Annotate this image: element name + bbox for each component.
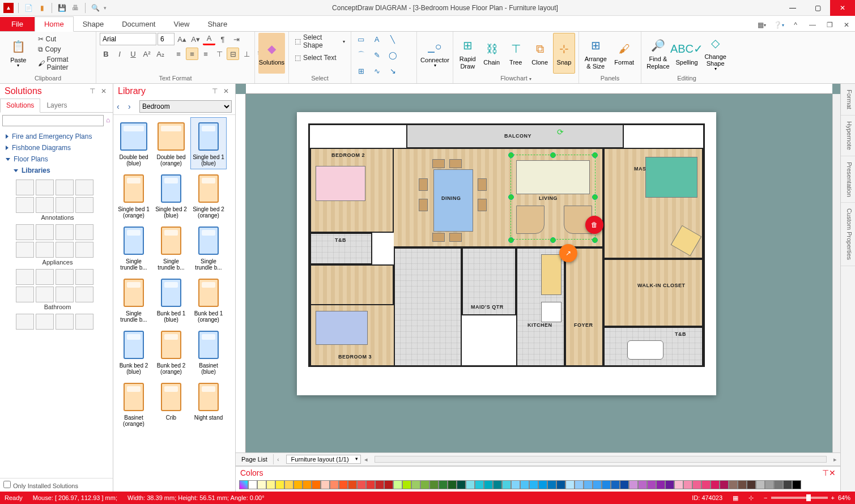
library-item[interactable]: Single bed 2 (orange) xyxy=(190,169,227,221)
clone-button[interactable]: ⧉Clone xyxy=(529,33,550,74)
grow-font-icon[interactable]: A▴ xyxy=(176,33,188,45)
lib-thumb[interactable] xyxy=(75,314,93,330)
snap-button[interactable]: ⊹Snap xyxy=(553,33,575,74)
color-swatch[interactable] xyxy=(448,480,457,489)
color-swatch[interactable] xyxy=(248,480,257,489)
lib-thumb[interactable] xyxy=(75,269,93,285)
lib-prev-icon[interactable]: ‹ xyxy=(117,102,126,111)
lib-thumb[interactable] xyxy=(56,314,74,330)
lib-thumb[interactable] xyxy=(36,197,54,213)
change-shape-button[interactable]: ◇Change Shape▾ xyxy=(702,33,729,74)
collapse-ribbon-icon[interactable]: ^ xyxy=(789,19,802,31)
lib-thumb[interactable] xyxy=(56,224,74,240)
library-item[interactable]: Bunk bed 1 (blue) xyxy=(153,274,189,326)
color-swatch[interactable] xyxy=(375,480,384,489)
library-item[interactable]: Basinet (blue) xyxy=(190,326,227,378)
doc-restore-icon[interactable]: ❐ xyxy=(823,19,836,31)
help-icon[interactable]: ❔▾ xyxy=(772,19,785,31)
format-panel-button[interactable]: 🖌Format xyxy=(611,33,638,74)
library-item[interactable]: Bunk bed 2 (blue) xyxy=(116,326,152,378)
lib-thumb[interactable] xyxy=(16,180,34,195)
solutions-subtab[interactable]: Solutions xyxy=(0,99,40,113)
color-swatch[interactable] xyxy=(257,480,266,489)
connector-button[interactable]: ⎯○Connector▾ xyxy=(420,33,449,74)
color-swatch[interactable] xyxy=(765,480,774,489)
rail-format[interactable]: Format xyxy=(841,84,855,116)
color-swatch[interactable] xyxy=(720,480,729,489)
page[interactable]: BALCONY BEDROOM 2 DINING xyxy=(297,112,716,395)
lib-thumb[interactable] xyxy=(36,287,54,302)
page-list-button[interactable]: Page List xyxy=(236,454,274,464)
library-item[interactable]: Double bed (blue) xyxy=(116,117,152,169)
color-swatch[interactable] xyxy=(384,480,393,489)
color-swatch[interactable] xyxy=(620,480,629,489)
arrange-size-button[interactable]: ⊞Arrange & Size xyxy=(582,33,609,74)
color-swatch[interactable] xyxy=(357,480,366,489)
tree-button[interactable]: ⊤Tree xyxy=(505,33,526,74)
color-swatch[interactable] xyxy=(674,480,683,489)
tab-share[interactable]: Share xyxy=(198,17,236,31)
lib-thumb[interactable] xyxy=(36,314,54,330)
cut-button[interactable]: ✂Cut xyxy=(36,35,93,44)
tool-ellipse-icon[interactable]: ◯ xyxy=(386,49,399,61)
color-swatch[interactable] xyxy=(439,480,448,489)
color-swatch[interactable] xyxy=(575,480,584,489)
lib-thumb[interactable] xyxy=(56,269,74,285)
page-scrollbar[interactable] xyxy=(375,456,827,463)
print-icon[interactable]: 🖶 xyxy=(70,3,80,13)
colors-close-icon[interactable]: ✕ xyxy=(829,468,836,477)
status-grid-icon[interactable]: ▦ xyxy=(733,494,738,502)
color-swatch[interactable] xyxy=(266,480,275,489)
lib-thumb[interactable] xyxy=(75,180,93,195)
library-pin-icon[interactable]: ⊤ xyxy=(210,87,219,96)
library-item[interactable]: Basinet (orange) xyxy=(116,378,152,430)
color-swatch[interactable] xyxy=(792,480,801,489)
tree-fire-emergency[interactable]: Fire and Emergency Plans xyxy=(5,131,110,142)
copy-button[interactable]: ⧉Copy xyxy=(36,45,93,54)
library-item[interactable]: Night stand xyxy=(190,378,227,430)
color-swatch[interactable] xyxy=(729,480,738,489)
color-swatch[interactable] xyxy=(538,480,547,489)
doc-close-icon[interactable]: ✕ xyxy=(840,19,853,31)
solutions-button[interactable]: ◆Solutions xyxy=(258,33,285,74)
minimize-button[interactable]: — xyxy=(780,0,805,16)
tab-home[interactable]: Home xyxy=(35,16,74,32)
page-prev-icon[interactable]: ‹ xyxy=(274,456,283,463)
panel-close-icon[interactable]: ✕ xyxy=(99,87,108,96)
library-item[interactable]: Single trundle b... xyxy=(116,274,152,326)
align-left-button[interactable]: ≡ xyxy=(172,48,185,60)
lib-thumb[interactable] xyxy=(56,197,74,213)
color-swatch[interactable] xyxy=(275,480,284,489)
pin-icon[interactable]: ⊤ xyxy=(88,87,97,96)
lib-thumb[interactable] xyxy=(36,224,54,240)
format-painter-button[interactable]: 🖌Format Painter xyxy=(36,55,93,72)
italic-button[interactable]: I xyxy=(113,48,126,60)
color-swatch[interactable] xyxy=(638,480,647,489)
zoom-out-icon[interactable]: − xyxy=(764,494,767,501)
only-installed-checkbox[interactable] xyxy=(3,481,11,488)
zoom-control[interactable]: − + 64% xyxy=(764,494,850,501)
tool-curve-icon[interactable]: ∿ xyxy=(371,65,383,77)
color-swatch[interactable] xyxy=(366,480,375,489)
lib-thumb[interactable] xyxy=(75,287,93,302)
color-swatch[interactable] xyxy=(611,480,620,489)
indent-icon[interactable]: ⇥ xyxy=(230,33,243,45)
status-snap-icon[interactable]: ⊹ xyxy=(748,494,754,502)
color-swatch[interactable] xyxy=(420,480,429,489)
font-color-icon[interactable]: A xyxy=(203,33,215,45)
color-swatch[interactable] xyxy=(402,480,411,489)
solutions-search-input[interactable] xyxy=(2,115,104,126)
color-swatch[interactable] xyxy=(692,480,701,489)
shrink-font-icon[interactable]: A▾ xyxy=(189,33,202,45)
tab-shape[interactable]: Shape xyxy=(74,17,113,31)
current-page-tab[interactable]: Furniture layout (1/1)▾ xyxy=(286,455,361,464)
color-swatch[interactable] xyxy=(647,480,656,489)
zoom-slider[interactable] xyxy=(771,497,828,499)
para-icon[interactable]: ¶ xyxy=(216,33,229,45)
align-right-button[interactable]: ≡ xyxy=(199,48,212,60)
color-swatch[interactable] xyxy=(484,480,493,489)
library-item[interactable]: Single trundle b... xyxy=(116,221,152,274)
library-close-icon[interactable]: ✕ xyxy=(222,87,231,96)
maximize-button[interactable]: ▢ xyxy=(805,0,830,16)
color-swatch[interactable] xyxy=(339,480,348,489)
